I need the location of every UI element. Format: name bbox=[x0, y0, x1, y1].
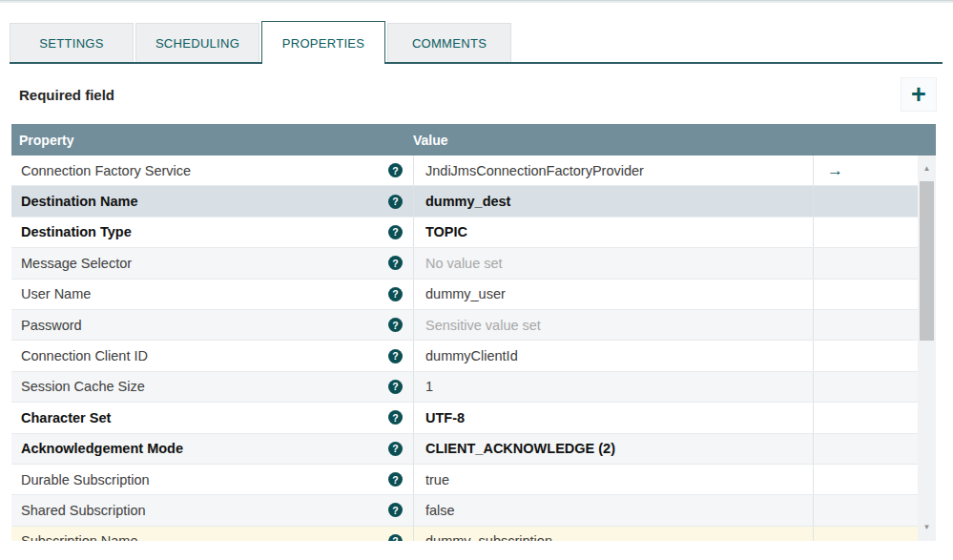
property-name: Subscription Name bbox=[21, 533, 138, 541]
property-row[interactable]: Destination Name ? dummy_dest → bbox=[11, 186, 918, 217]
column-header-property[interactable]: Property bbox=[11, 133, 413, 148]
property-row[interactable]: Acknowledgement Mode ? CLIENT_ACKNOWLEDG… bbox=[11, 434, 918, 465]
property-name: Connection Client ID bbox=[21, 348, 148, 363]
column-header-value[interactable]: Value bbox=[413, 133, 936, 148]
properties-toolbar: Required field + bbox=[0, 64, 953, 124]
tab-properties[interactable]: PROPERTIES bbox=[261, 21, 385, 64]
property-value[interactable]: 1 bbox=[425, 379, 433, 394]
help-icon[interactable]: ? bbox=[388, 225, 403, 239]
property-row[interactable]: Connection Client ID ? dummyClientId → bbox=[11, 341, 918, 371]
property-value[interactable]: dummy_dest bbox=[425, 194, 510, 209]
property-name: Durable Subscription bbox=[21, 472, 150, 487]
property-name: Message Selector bbox=[21, 256, 132, 271]
property-row[interactable]: Password ? Sensitive value set → bbox=[11, 310, 918, 341]
help-icon[interactable]: ? bbox=[388, 410, 403, 425]
tab-comments[interactable]: COMMENTS bbox=[387, 23, 511, 64]
property-row[interactable]: Message Selector ? No value set → bbox=[11, 248, 918, 279]
required-field-label: Required field bbox=[19, 87, 114, 103]
help-icon[interactable]: ? bbox=[388, 287, 403, 301]
properties-table: Property Value Connection Factory Servic… bbox=[11, 124, 936, 541]
property-name: Password bbox=[21, 318, 82, 333]
property-name: Acknowledgement Mode bbox=[21, 441, 183, 456]
table-header-row: Property Value bbox=[11, 124, 936, 156]
scrollbar-thumb[interactable] bbox=[920, 181, 934, 341]
help-icon[interactable]: ? bbox=[388, 472, 403, 487]
property-value[interactable]: false bbox=[425, 503, 455, 518]
tab-scheduling[interactable]: SCHEDULING bbox=[135, 23, 259, 64]
property-name: Session Cache Size bbox=[21, 379, 145, 394]
property-value[interactable]: Sensitive value set bbox=[425, 318, 541, 333]
property-value[interactable]: dummy_subscription bbox=[425, 533, 552, 541]
property-name: Destination Type bbox=[21, 224, 132, 239]
help-icon[interactable]: ? bbox=[388, 349, 403, 363]
property-value[interactable]: No value set bbox=[425, 256, 503, 271]
properties-table-body: Connection Factory Service ? JndiJmsConn… bbox=[11, 156, 936, 541]
property-value[interactable]: true bbox=[425, 472, 449, 487]
property-row[interactable]: Shared Subscription ? false → bbox=[11, 495, 918, 526]
property-value[interactable]: CLIENT_ACKNOWLEDGE (2) bbox=[425, 441, 615, 456]
property-value[interactable]: dummy_user bbox=[425, 286, 506, 301]
property-row[interactable]: Session Cache Size ? 1 → bbox=[11, 372, 918, 403]
property-row[interactable]: Durable Subscription ? true → bbox=[11, 465, 918, 495]
tab-settings[interactable]: SETTINGS bbox=[10, 23, 134, 64]
add-property-button[interactable]: + bbox=[901, 77, 937, 112]
property-value[interactable]: dummyClientId bbox=[425, 348, 518, 363]
help-icon[interactable]: ? bbox=[388, 256, 403, 270]
property-row[interactable]: Character Set ? UTF-8 → bbox=[11, 403, 918, 433]
property-name: Connection Factory Service bbox=[21, 163, 191, 178]
help-icon[interactable]: ? bbox=[388, 318, 403, 332]
property-name: User Name bbox=[21, 286, 91, 301]
plus-icon: + bbox=[911, 80, 926, 109]
help-icon[interactable]: ? bbox=[388, 195, 403, 209]
property-value[interactable]: UTF-8 bbox=[425, 410, 465, 425]
property-row[interactable]: Destination Type ? TOPIC → bbox=[11, 218, 918, 248]
go-to-service-arrow-icon[interactable]: → bbox=[827, 162, 843, 178]
property-row[interactable]: Subscription Name ? dummy_subscription → bbox=[11, 527, 918, 541]
property-name: Destination Name bbox=[21, 194, 137, 209]
property-name: Character Set bbox=[21, 410, 111, 425]
help-icon[interactable]: ? bbox=[388, 442, 403, 456]
property-value[interactable]: JndiJmsConnectionFactoryProvider bbox=[425, 163, 644, 178]
help-icon[interactable]: ? bbox=[388, 163, 403, 177]
vertical-scrollbar[interactable]: ▲ ▼ bbox=[918, 156, 936, 541]
property-row[interactable]: Connection Factory Service ? JndiJmsConn… bbox=[11, 156, 918, 186]
scroll-down-icon[interactable]: ▼ bbox=[918, 520, 936, 533]
property-name: Shared Subscription bbox=[21, 503, 146, 518]
help-icon[interactable]: ? bbox=[388, 503, 403, 517]
tab-bar: SETTINGS SCHEDULING PROPERTIES COMMENTS bbox=[0, 21, 953, 64]
property-row[interactable]: User Name ? dummy_user → bbox=[11, 280, 918, 310]
help-icon[interactable]: ? bbox=[388, 380, 403, 394]
property-value[interactable]: TOPIC bbox=[425, 224, 467, 239]
scroll-up-icon[interactable]: ▲ bbox=[918, 161, 936, 175]
help-icon[interactable]: ? bbox=[388, 534, 403, 541]
top-border bbox=[0, 0, 953, 3]
